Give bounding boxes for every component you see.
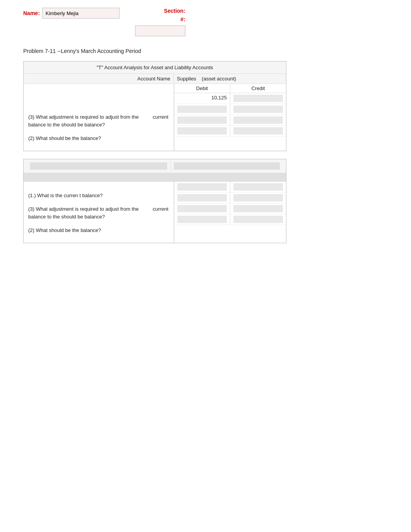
- t-account-section: (3) What adjustment is required to adjus…: [24, 84, 286, 151]
- q1-current: current: [153, 114, 168, 120]
- debit-credit-header: Debit Credit: [174, 84, 286, 93]
- questions-block-1: (3) What adjustment is required to adjus…: [27, 110, 171, 148]
- problem-title: Problem 7-11 --Lenny's March Accounting …: [23, 48, 388, 54]
- t2-credit-cell-0: [230, 182, 286, 192]
- account-name-row: Account Name Supplies (asset account): [24, 74, 286, 84]
- credit-input-3[interactable]: [233, 116, 283, 124]
- t2-debit-input-2[interactable]: [177, 205, 227, 212]
- table-row: 10,125: [174, 93, 286, 104]
- account-name-label: Account Name: [24, 74, 174, 84]
- t-account-left-panel: (3) What adjustment is required to adjus…: [24, 84, 174, 151]
- t2-account-right-panel: [174, 182, 286, 243]
- t2-credit-input-3[interactable]: [233, 216, 283, 223]
- t2-debit-cell-2: [174, 203, 230, 214]
- t2-credit-cell-3: [230, 214, 286, 225]
- name-field: Name:: [23, 8, 120, 19]
- t2-debit-cell-0: [174, 182, 230, 192]
- t2-questions-block: (1.) What is the curren t balance? (3) W…: [27, 189, 171, 240]
- t2-q2-text: (2) What should be the balance?: [28, 227, 169, 234]
- table-row: [174, 193, 286, 203]
- credit-input-4[interactable]: [233, 127, 283, 135]
- t2-debit-cell-3: [174, 214, 230, 225]
- t2-q1-current: current: [153, 206, 168, 212]
- table2-sub-header: [24, 173, 286, 182]
- t2-credit-cell-2: [230, 203, 286, 214]
- table1-title: "T" Account Analysis for Asset and Liabi…: [24, 61, 286, 74]
- name-input[interactable]: [42, 8, 120, 19]
- t2-debit-input-3[interactable]: [177, 216, 227, 223]
- table2-top-rows: [24, 159, 286, 173]
- table2: (1.) What is the curren t balance? (3) W…: [23, 159, 286, 243]
- table-row: [174, 115, 286, 126]
- table-row: [174, 203, 286, 214]
- debit-input-cell-1: [174, 104, 230, 114]
- t2-q1-text: (3) What adjustment is required to adjus…: [28, 205, 169, 220]
- t2-account-section: (1.) What is the curren t balance? (3) W…: [24, 182, 286, 243]
- table-row: [174, 182, 286, 193]
- t2-credit-input-1[interactable]: [233, 194, 283, 201]
- table-row: [174, 126, 286, 136]
- section-label: Section:: [164, 8, 185, 14]
- t2-q1-rest: balance to the should be balance?: [28, 214, 105, 220]
- credit-label: Credit: [230, 84, 286, 93]
- t2-debit-cell-1: [174, 193, 230, 203]
- table1: "T" Account Analysis for Asset and Liabi…: [23, 61, 286, 151]
- t2-debit-input-1[interactable]: [177, 194, 227, 201]
- q1-part1: (3) What adjustment is required to adjus…: [28, 114, 139, 120]
- table-row: [174, 214, 286, 225]
- credit-input-cell-2: [230, 115, 286, 125]
- credit-input-cell-3: [230, 126, 286, 136]
- credit-input-cell-1: [230, 104, 286, 114]
- credit-input-1[interactable]: [233, 95, 283, 102]
- credit-value-cell: [230, 93, 286, 104]
- section-hash-label: #:: [180, 16, 185, 22]
- header: Name: Section: #:: [23, 8, 388, 36]
- debit-input-cell-3: [174, 126, 230, 136]
- t2-account-value-input[interactable]: [174, 162, 280, 170]
- credit-input-2[interactable]: [233, 106, 283, 113]
- supplies-label: Supplies: [177, 76, 196, 82]
- q1-text: (3) What adjustment is required to adjus…: [28, 113, 169, 128]
- debit-input-3[interactable]: [177, 127, 227, 135]
- t2-account-name-value: [171, 161, 283, 171]
- t2-account-name-input[interactable]: [30, 162, 167, 170]
- debit-value: 10,125: [211, 95, 227, 101]
- t-account-right-panel: Debit Credit 10,125: [174, 84, 286, 151]
- name-label: Name:: [23, 10, 40, 16]
- section-input[interactable]: [135, 26, 185, 36]
- debit-input-cell-2: [174, 115, 230, 125]
- account-name-value: Supplies (asset account): [174, 74, 286, 84]
- q2-text: (2) What should be the balance?: [28, 135, 169, 142]
- t2-debit-input-0[interactable]: [177, 183, 227, 191]
- t2-q1-part1: (3) What adjustment is required to adjus…: [28, 206, 139, 212]
- t2-q0-text: (1.) What is the curren t balance?: [28, 192, 169, 200]
- debit-label: Debit: [174, 84, 230, 93]
- t2-sub-right-input[interactable]: [174, 173, 286, 181]
- debit-input-1[interactable]: [177, 106, 227, 113]
- t2-account-name-label: [27, 161, 171, 171]
- t2-sub-left-input[interactable]: [24, 173, 173, 181]
- t2-account-left-panel: (1.) What is the curren t balance? (3) W…: [24, 182, 174, 243]
- t2-credit-input-0[interactable]: [233, 183, 283, 191]
- t2-credit-cell-1: [230, 193, 286, 203]
- q1-rest: balance to the should be balance?: [28, 122, 105, 128]
- table-row: [174, 104, 286, 115]
- t2-credit-input-2[interactable]: [233, 205, 283, 212]
- account-type-label: (asset account): [202, 76, 236, 82]
- debit-value-cell: 10,125: [174, 93, 230, 104]
- section-field: Section: #:: [135, 8, 185, 36]
- debit-input-2[interactable]: [177, 116, 227, 124]
